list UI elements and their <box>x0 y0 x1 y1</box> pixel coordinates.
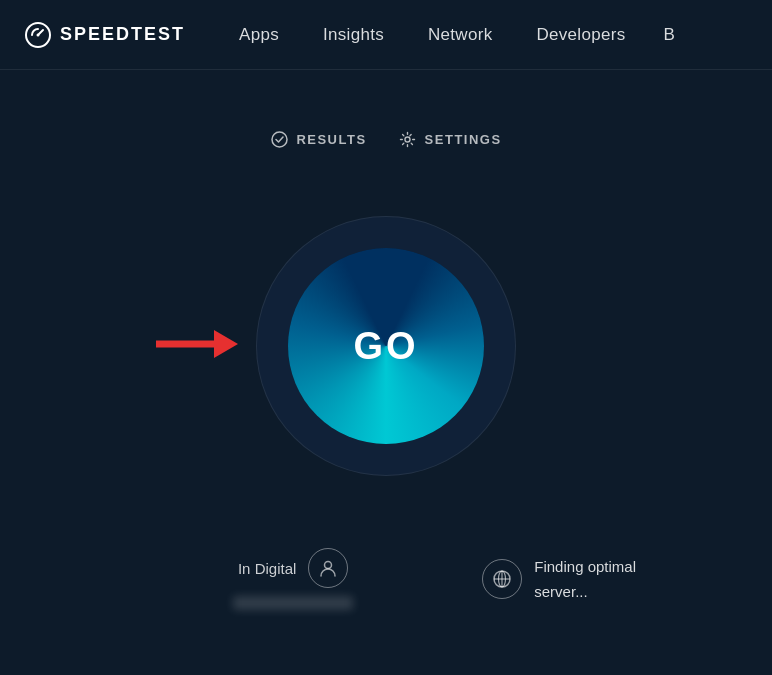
navbar: SPEEDTEST Apps Insights Network Develope… <box>0 0 772 70</box>
globe-icon[interactable] <box>482 559 522 599</box>
go-button[interactable]: GO <box>291 251 481 441</box>
nav-overflow-indicator: B <box>647 25 690 45</box>
nav-item-network[interactable]: Network <box>406 25 514 45</box>
check-circle-icon <box>270 130 288 148</box>
gear-icon <box>399 130 417 148</box>
arrow-container <box>156 322 246 370</box>
server-line2: server... <box>534 581 587 602</box>
svg-point-3 <box>272 132 287 147</box>
location-info: In Digital <box>136 548 450 610</box>
blurred-isp-text <box>233 596 353 610</box>
nav-item-developers[interactable]: Developers <box>514 25 647 45</box>
logo[interactable]: SPEEDTEST <box>24 21 185 49</box>
svg-point-5 <box>325 562 332 569</box>
tabs-row: RESULTS SETTINGS <box>270 130 501 148</box>
server-info: Finding optimal server... <box>482 556 636 602</box>
server-line1: Finding optimal <box>534 556 636 577</box>
nav-item-apps[interactable]: Apps <box>217 25 301 45</box>
logo-text: SPEEDTEST <box>60 24 185 45</box>
svg-point-4 <box>405 137 410 142</box>
red-arrow-icon <box>156 322 246 366</box>
nav-item-insights[interactable]: Insights <box>301 25 406 45</box>
bottom-info: In Digital Finding <box>136 548 636 610</box>
go-area: GO <box>236 196 536 496</box>
user-icon[interactable] <box>308 548 348 588</box>
main-content: RESULTS SETTINGS GO <box>0 70 772 610</box>
speedtest-logo-icon <box>24 21 52 49</box>
svg-point-2 <box>37 33 40 36</box>
tab-results[interactable]: RESULTS <box>270 130 366 148</box>
location-label: In Digital <box>238 560 296 577</box>
tab-settings[interactable]: SETTINGS <box>399 130 502 148</box>
nav-links: Apps Insights Network Developers <box>217 25 647 45</box>
